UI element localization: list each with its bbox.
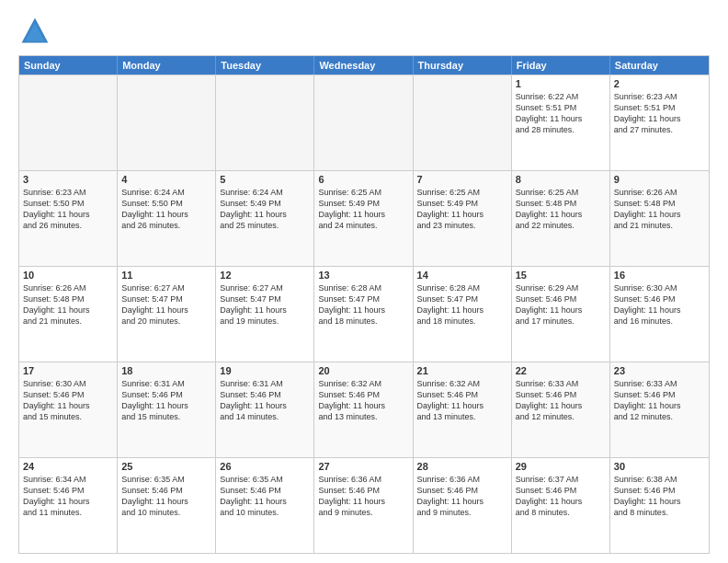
day-number: 4: [121, 174, 211, 185]
day-cell-26: 26Sunrise: 6:35 AMSunset: 5:46 PMDayligh…: [216, 458, 314, 553]
day-cell-24: 24Sunrise: 6:34 AMSunset: 5:46 PMDayligh…: [19, 458, 118, 553]
day-cell-10: 10Sunrise: 6:26 AMSunset: 5:48 PMDayligh…: [19, 267, 118, 362]
day-info: Sunrise: 6:38 AMSunset: 5:46 PMDaylight:…: [614, 474, 705, 519]
weekday-header-saturday: Saturday: [610, 56, 709, 75]
day-info: Sunrise: 6:23 AMSunset: 5:51 PMDaylight:…: [614, 91, 705, 136]
day-cell-3: 3Sunrise: 6:23 AMSunset: 5:50 PMDaylight…: [19, 171, 118, 266]
day-info: Sunrise: 6:27 AMSunset: 5:47 PMDaylight:…: [121, 282, 211, 327]
empty-cell: [314, 75, 413, 170]
day-cell-30: 30Sunrise: 6:38 AMSunset: 5:46 PMDayligh…: [610, 458, 709, 553]
day-info: Sunrise: 6:23 AMSunset: 5:50 PMDaylight:…: [23, 187, 113, 232]
day-info: Sunrise: 6:30 AMSunset: 5:46 PMDaylight:…: [614, 282, 705, 327]
day-cell-12: 12Sunrise: 6:27 AMSunset: 5:47 PMDayligh…: [216, 267, 314, 362]
day-number: 26: [220, 461, 310, 472]
day-cell-23: 23Sunrise: 6:33 AMSunset: 5:46 PMDayligh…: [610, 362, 709, 457]
calendar-header: SundayMondayTuesdayWednesdayThursdayFrid…: [19, 56, 709, 75]
day-info: Sunrise: 6:25 AMSunset: 5:49 PMDaylight:…: [417, 187, 507, 232]
day-number: 17: [23, 365, 113, 376]
day-info: Sunrise: 6:29 AMSunset: 5:46 PMDaylight:…: [516, 282, 606, 327]
day-number: 22: [516, 365, 606, 376]
day-cell-6: 6Sunrise: 6:25 AMSunset: 5:49 PMDaylight…: [314, 171, 413, 266]
empty-cell: [216, 75, 314, 170]
calendar-row-1: 3Sunrise: 6:23 AMSunset: 5:50 PMDaylight…: [19, 170, 709, 266]
day-number: 11: [121, 270, 211, 281]
day-cell-16: 16Sunrise: 6:30 AMSunset: 5:46 PMDayligh…: [610, 267, 709, 362]
logo-icon: [18, 15, 51, 48]
day-number: 8: [516, 174, 606, 185]
day-number: 14: [417, 270, 507, 281]
day-info: Sunrise: 6:36 AMSunset: 5:46 PMDaylight:…: [417, 474, 507, 519]
day-cell-19: 19Sunrise: 6:31 AMSunset: 5:46 PMDayligh…: [216, 362, 314, 457]
day-info: Sunrise: 6:28 AMSunset: 5:47 PMDaylight:…: [318, 282, 408, 327]
page: SundayMondayTuesdayWednesdayThursdayFrid…: [0, 0, 728, 563]
day-number: 5: [220, 174, 310, 185]
day-number: 19: [220, 365, 310, 376]
day-info: Sunrise: 6:25 AMSunset: 5:49 PMDaylight:…: [318, 187, 408, 232]
day-info: Sunrise: 6:24 AMSunset: 5:50 PMDaylight:…: [121, 187, 211, 232]
weekday-header-friday: Friday: [512, 56, 610, 75]
day-cell-27: 27Sunrise: 6:36 AMSunset: 5:46 PMDayligh…: [314, 458, 413, 553]
day-cell-28: 28Sunrise: 6:36 AMSunset: 5:46 PMDayligh…: [414, 458, 512, 553]
calendar: SundayMondayTuesdayWednesdayThursdayFrid…: [18, 55, 710, 554]
day-info: Sunrise: 6:35 AMSunset: 5:46 PMDaylight:…: [121, 474, 211, 519]
weekday-header-wednesday: Wednesday: [314, 56, 413, 75]
day-number: 23: [614, 365, 705, 376]
calendar-row-4: 24Sunrise: 6:34 AMSunset: 5:46 PMDayligh…: [19, 457, 709, 553]
day-number: 21: [417, 365, 507, 376]
day-number: 20: [318, 365, 408, 376]
day-number: 10: [23, 270, 113, 281]
calendar-row-0: 1Sunrise: 6:22 AMSunset: 5:51 PMDaylight…: [19, 75, 709, 170]
day-info: Sunrise: 6:22 AMSunset: 5:51 PMDaylight:…: [516, 91, 606, 136]
day-info: Sunrise: 6:32 AMSunset: 5:46 PMDaylight:…: [417, 378, 507, 423]
empty-cell: [118, 75, 216, 170]
day-info: Sunrise: 6:27 AMSunset: 5:47 PMDaylight:…: [220, 282, 310, 327]
day-number: 25: [121, 461, 211, 472]
day-info: Sunrise: 6:32 AMSunset: 5:46 PMDaylight:…: [318, 378, 408, 423]
day-number: 6: [318, 174, 408, 185]
day-info: Sunrise: 6:24 AMSunset: 5:49 PMDaylight:…: [220, 187, 310, 232]
day-number: 27: [318, 461, 408, 472]
day-info: Sunrise: 6:28 AMSunset: 5:47 PMDaylight:…: [417, 282, 507, 327]
day-info: Sunrise: 6:34 AMSunset: 5:46 PMDaylight:…: [23, 474, 113, 519]
day-cell-9: 9Sunrise: 6:26 AMSunset: 5:48 PMDaylight…: [610, 171, 709, 266]
day-cell-4: 4Sunrise: 6:24 AMSunset: 5:50 PMDaylight…: [118, 171, 216, 266]
weekday-header-sunday: Sunday: [19, 56, 118, 75]
day-cell-17: 17Sunrise: 6:30 AMSunset: 5:46 PMDayligh…: [19, 362, 118, 457]
day-number: 9: [614, 174, 705, 185]
day-info: Sunrise: 6:31 AMSunset: 5:46 PMDaylight:…: [220, 378, 310, 423]
day-info: Sunrise: 6:25 AMSunset: 5:48 PMDaylight:…: [516, 187, 606, 232]
day-number: 16: [614, 270, 705, 281]
day-number: 24: [23, 461, 113, 472]
day-cell-14: 14Sunrise: 6:28 AMSunset: 5:47 PMDayligh…: [414, 267, 512, 362]
day-cell-20: 20Sunrise: 6:32 AMSunset: 5:46 PMDayligh…: [314, 362, 413, 457]
day-info: Sunrise: 6:37 AMSunset: 5:46 PMDaylight:…: [516, 474, 606, 519]
day-number: 30: [614, 461, 705, 472]
day-number: 15: [516, 270, 606, 281]
calendar-body: 1Sunrise: 6:22 AMSunset: 5:51 PMDaylight…: [19, 75, 709, 553]
day-cell-15: 15Sunrise: 6:29 AMSunset: 5:46 PMDayligh…: [512, 267, 610, 362]
day-cell-13: 13Sunrise: 6:28 AMSunset: 5:47 PMDayligh…: [314, 267, 413, 362]
day-info: Sunrise: 6:35 AMSunset: 5:46 PMDaylight:…: [220, 474, 310, 519]
day-cell-18: 18Sunrise: 6:31 AMSunset: 5:46 PMDayligh…: [118, 362, 216, 457]
day-info: Sunrise: 6:26 AMSunset: 5:48 PMDaylight:…: [23, 282, 113, 327]
weekday-header-tuesday: Tuesday: [216, 56, 314, 75]
logo: [18, 15, 57, 48]
calendar-row-3: 17Sunrise: 6:30 AMSunset: 5:46 PMDayligh…: [19, 362, 709, 457]
day-info: Sunrise: 6:33 AMSunset: 5:46 PMDaylight:…: [614, 378, 705, 423]
day-number: 18: [121, 365, 211, 376]
day-cell-1: 1Sunrise: 6:22 AMSunset: 5:51 PMDaylight…: [512, 75, 610, 170]
day-number: 3: [23, 174, 113, 185]
day-number: 28: [417, 461, 507, 472]
day-number: 2: [614, 78, 705, 89]
day-cell-11: 11Sunrise: 6:27 AMSunset: 5:47 PMDayligh…: [118, 267, 216, 362]
weekday-header-thursday: Thursday: [414, 56, 512, 75]
day-cell-22: 22Sunrise: 6:33 AMSunset: 5:46 PMDayligh…: [512, 362, 610, 457]
day-number: 7: [417, 174, 507, 185]
day-number: 13: [318, 270, 408, 281]
header: [18, 15, 710, 48]
day-cell-29: 29Sunrise: 6:37 AMSunset: 5:46 PMDayligh…: [512, 458, 610, 553]
day-cell-5: 5Sunrise: 6:24 AMSunset: 5:49 PMDaylight…: [216, 171, 314, 266]
day-number: 12: [220, 270, 310, 281]
day-info: Sunrise: 6:36 AMSunset: 5:46 PMDaylight:…: [318, 474, 408, 519]
day-cell-21: 21Sunrise: 6:32 AMSunset: 5:46 PMDayligh…: [414, 362, 512, 457]
